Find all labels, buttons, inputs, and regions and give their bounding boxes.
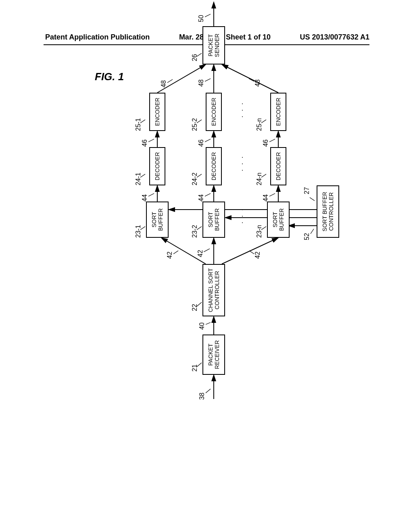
signal-46-b: 46 [198,139,205,147]
signal-48-a: 48 [160,80,167,87]
signal-42-b: 42 [197,250,204,257]
ellipsis-sort: · · · [238,208,246,224]
svg-line-46 [310,197,315,201]
signal-48-b: 48 [198,79,205,87]
encoder-n-block: ENCODER [270,93,286,131]
sort-buffer-1-num: 23-1 [135,225,142,238]
encoder-2-block: ENCODER [206,93,222,131]
encoder-1-block: ENCODER [149,93,165,131]
svg-line-28 [205,139,211,142]
svg-line-11 [157,64,206,93]
svg-line-22 [249,251,254,254]
decoder-1-num: 24-1 [135,172,142,185]
encoder-n-num: 25-n [256,118,263,131]
sort-buffer-1-block: SORT BUFFER [146,202,169,238]
channel-sort-controller-num: 22 [191,304,198,311]
sort-buffer-2-block: SORT BUFFER [202,202,225,238]
signal-46-c: 46 [262,139,269,147]
encoder-1-num: 25-1 [135,118,142,131]
svg-line-19 [206,322,211,324]
header-right: US 2013/0077632 A1 [300,33,369,42]
svg-line-26 [269,193,275,196]
ellipsis-encoder: · · · [238,102,246,118]
decoder-n-block: DECODER [270,147,286,185]
svg-line-24 [148,193,154,196]
packet-sender-block: PACKET SENDER [202,26,225,64]
svg-line-13 [222,64,278,93]
sort-buffer-n-block: SORT BUFFER [267,202,290,238]
signal-46-a: 46 [141,139,148,147]
block-diagram: PACKET RECEIVER 21 CHANNEL SORT CONTROLL… [52,64,413,387]
sort-buffer-controller-block: SORT BUFFER CONTROLLER [317,185,339,238]
decoder-1-block: DECODER [149,147,165,185]
channel-sort-controller-block: CHANNEL SORT CONTROLLER [202,264,225,316]
connector-lines [52,64,413,387]
signal-38: 38 [198,393,206,400]
encoder-2-num: 25-2 [191,118,198,131]
svg-line-23 [311,229,314,234]
page: Patent Application Publication Mar. 28, … [0,0,413,532]
sort-buffer-2-num: 23-2 [191,225,198,238]
sort-buffer-controller-num: 27 [303,187,311,194]
svg-line-27 [148,139,154,142]
svg-line-4 [222,238,278,264]
svg-line-29 [269,139,275,142]
ellipsis-decoder: · · · [238,155,246,171]
svg-line-25 [205,193,211,196]
svg-line-18 [206,389,211,393]
signal-48-c: 48 [254,79,261,87]
decoder-n-num: 24-n [256,172,263,185]
svg-line-30 [167,79,173,83]
svg-line-33 [205,14,211,17]
svg-line-31 [205,79,211,81]
header-left: Patent Application Publication [45,33,150,42]
sort-buffer-n-num: 23-n [256,225,263,238]
decoder-2-block: DECODER [206,147,222,185]
signal-42-c: 42 [254,251,261,259]
signal-44-a: 44 [141,194,148,202]
signal-50: 50 [198,15,205,22]
svg-line-20 [173,251,178,254]
signal-40: 40 [198,322,206,330]
packet-sender-num: 26 [191,54,198,61]
packet-receiver-num: 21 [191,364,198,372]
signal-42-a: 42 [166,251,173,259]
signal-44-c: 44 [262,194,269,202]
signal-44-b: 44 [198,194,205,202]
decoder-2-num: 24-2 [191,172,198,185]
packet-receiver-block: PACKET RECEIVER [202,335,225,375]
svg-line-21 [204,249,210,252]
signal-52: 52 [303,233,311,240]
